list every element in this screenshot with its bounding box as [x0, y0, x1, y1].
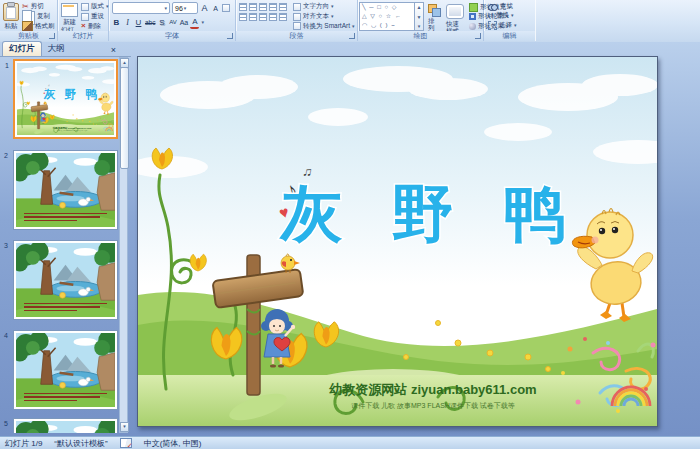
tab-outline[interactable]: 大纲 [42, 42, 71, 56]
paste-label: 粘贴 [5, 22, 18, 29]
language-indicator[interactable]: 中文(简体, 中国) [144, 438, 202, 449]
text-shadow-button[interactable]: S [157, 17, 166, 28]
align-center-button[interactable] [249, 13, 257, 21]
slide-thumbnail-3[interactable]: 3 [13, 240, 118, 320]
columns-button[interactable] [279, 13, 287, 21]
slide-thumbnail-1[interactable]: 1 [13, 59, 118, 139]
paragraph-dialog-launcher[interactable] [349, 33, 355, 39]
quick-styles-button[interactable]: 快速样式 [444, 2, 466, 31]
replace-icon: ⇄ [488, 12, 494, 20]
bullets-button[interactable] [239, 3, 247, 11]
bold-button[interactable]: B [112, 17, 121, 28]
ribbon-group-font: ▾ 96 ▾ A A B I U abc S AV [109, 0, 236, 41]
paste-icon [3, 3, 19, 21]
thumbnail-text-lines [24, 213, 107, 224]
font-size-value: 96 [175, 5, 183, 12]
text-direction-button[interactable]: 文字方向 ▾ [292, 2, 355, 12]
slide-thumbnail-2[interactable]: 2 [13, 150, 118, 230]
grow-font-button[interactable]: A [200, 3, 209, 14]
select-button[interactable]: 选择 ▾ [487, 21, 532, 30]
paste-button[interactable]: 粘贴 ▾ [1, 1, 21, 31]
copy-button[interactable]: 复制 [21, 11, 56, 21]
new-slide-icon [61, 3, 78, 17]
font-name-combobox[interactable]: ▾ [112, 2, 170, 14]
design-template-name: “默认设计模板” [54, 438, 107, 449]
reset-button[interactable]: 重设 [80, 12, 110, 22]
line-spacing-button[interactable] [279, 3, 287, 11]
shape-fill-icon [469, 3, 478, 12]
gallery-down-icon[interactable]: ▼ [417, 14, 422, 20]
delete-slide-button[interactable]: × 删除 [80, 21, 110, 31]
increase-indent-button[interactable] [269, 3, 277, 11]
gallery-up-icon[interactable]: ▲ [417, 4, 422, 10]
format-painter-button[interactable]: 格式刷 [21, 21, 56, 31]
chevron-down-icon: ▾ [331, 14, 334, 19]
chevron-down-icon: ▾ [184, 6, 187, 11]
layout-icon [81, 3, 89, 11]
drawing-dialog-launcher[interactable] [475, 33, 481, 39]
main-slide[interactable] [137, 56, 658, 427]
strikethrough-button[interactable]: abc [145, 17, 155, 28]
quick-styles-icon [446, 4, 464, 19]
numbering-button[interactable] [249, 3, 257, 11]
format-painter-icon [22, 21, 33, 32]
scroll-down-icon[interactable]: ▼ [120, 422, 129, 432]
new-slide-button[interactable]: 新建 幻灯片 [59, 1, 80, 31]
clear-formatting-button[interactable] [222, 4, 230, 12]
replace-button[interactable]: ⇄ 替换 ▾ [487, 11, 532, 20]
chevron-down-icon: ▾ [201, 20, 204, 25]
underline-button[interactable]: U [134, 17, 143, 28]
align-left-button[interactable] [239, 13, 247, 21]
paragraph-group-label: 段落 [236, 31, 357, 41]
slide-thumbnail-4[interactable]: 4 [13, 330, 118, 410]
clipboard-dialog-launcher[interactable] [49, 33, 55, 39]
drawing-group-label: 绘图 [358, 31, 483, 41]
shape-outline-icon [469, 13, 476, 20]
find-button[interactable]: 查找 [487, 2, 532, 11]
arrange-button[interactable]: 排列 ▾ [426, 2, 442, 31]
close-pane-icon[interactable]: × [109, 44, 118, 56]
slides-group-label: 幻灯片 [58, 31, 108, 41]
arrange-icon [428, 4, 440, 16]
convert-smartart-button[interactable]: 转换为 SmartArt ▾ [292, 21, 355, 31]
slides-pane: 幻灯片 大纲 × 1 2 3 [0, 42, 131, 437]
delete-icon: × [81, 22, 86, 30]
shape-effects-icon [469, 23, 476, 30]
font-dialog-launcher[interactable] [227, 33, 233, 39]
slide-number: 4 [4, 332, 8, 339]
shapes-gallery[interactable]: ╲ ─ □ ○ ◇ △ ▽ ○ ☆ ← ◠ ◡ ( ) ~ [359, 2, 415, 31]
align-text-icon [293, 13, 301, 21]
slide-number: 3 [4, 242, 8, 249]
change-case-button[interactable]: Aa [179, 17, 188, 28]
decrease-indent-button[interactable] [259, 3, 267, 11]
font-size-combobox[interactable]: 96 ▾ [172, 2, 198, 14]
slide-number: 5 [4, 420, 8, 427]
justify-button[interactable] [269, 13, 277, 21]
tab-slides[interactable]: 幻灯片 [2, 41, 42, 56]
font-color-button[interactable]: A [190, 16, 199, 29]
chevron-down-icon: ▾ [164, 6, 167, 11]
editing-group-label: 编辑 [484, 31, 535, 41]
ribbon-group-clipboard: 粘贴 ▾ ✂ 剪切 复制 格式刷 [0, 0, 58, 41]
layout-button[interactable]: 版式 ▾ [80, 2, 110, 12]
check-icon: ✓ [127, 442, 133, 449]
gallery-more-icon[interactable]: ▾ [418, 23, 421, 29]
slide-number: 2 [4, 152, 8, 159]
spellcheck-book-icon[interactable]: ✓ [120, 438, 132, 448]
align-text-button[interactable]: 对齐文本 ▾ [292, 12, 355, 22]
chevron-down-icon: ▾ [511, 13, 514, 18]
slide-thumbnail-5[interactable]: 5 [13, 418, 118, 433]
chevron-down-icon: ▾ [514, 23, 517, 28]
chevron-down-icon: ▾ [352, 24, 355, 29]
scrollbar-thumb[interactable] [120, 67, 129, 169]
thumbnail-text-lines [24, 303, 107, 314]
find-icon [488, 4, 498, 10]
character-spacing-button[interactable]: AV [168, 17, 177, 28]
sidebar-scrollbar[interactable]: ▲ ▼ [119, 57, 128, 433]
align-right-button[interactable] [259, 13, 267, 21]
italic-button[interactable]: I [123, 17, 132, 28]
shrink-font-button[interactable]: A [211, 3, 220, 14]
slide-canvas [138, 57, 657, 426]
ribbon: 粘贴 ▾ ✂ 剪切 复制 格式刷 [0, 0, 700, 43]
reset-icon [81, 13, 89, 21]
